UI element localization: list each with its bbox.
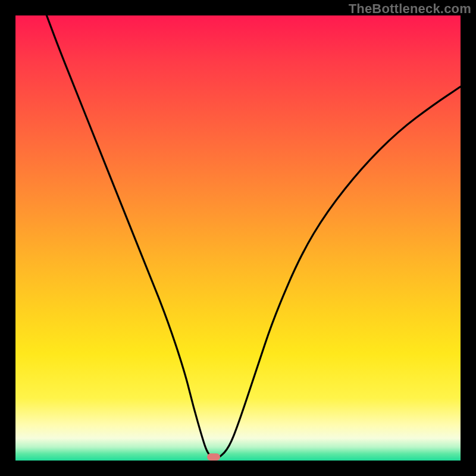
optimum-marker: [207, 453, 220, 461]
bottleneck-curve: [15, 15, 461, 461]
chart-frame: TheBottleneck.com: [0, 0, 476, 476]
watermark-text: TheBottleneck.com: [349, 1, 471, 17]
plot-area: [15, 15, 461, 461]
